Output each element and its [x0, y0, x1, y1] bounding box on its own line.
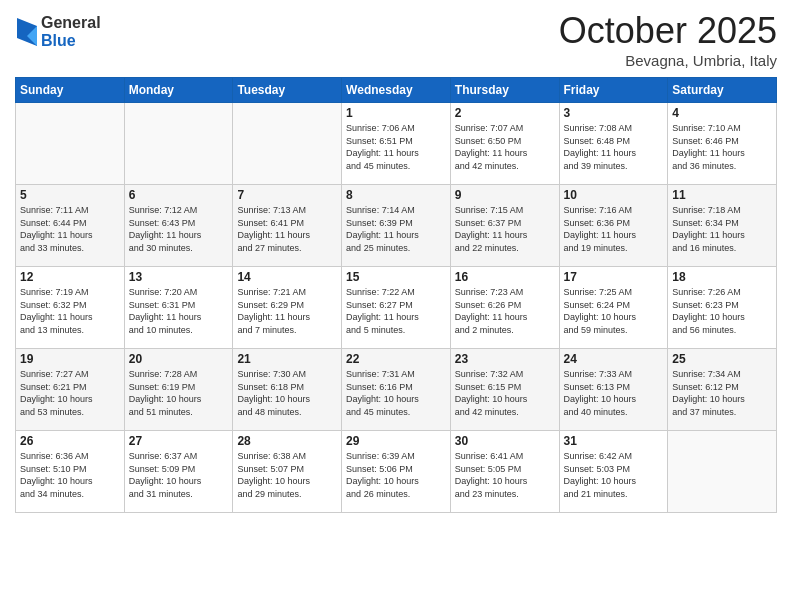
- day-info: Sunrise: 6:36 AM Sunset: 5:10 PM Dayligh…: [20, 450, 120, 500]
- day-number: 20: [129, 352, 229, 366]
- day-number: 31: [564, 434, 664, 448]
- logo-general: General: [41, 14, 101, 32]
- calendar-cell: 11Sunrise: 7:18 AM Sunset: 6:34 PM Dayli…: [668, 185, 777, 267]
- day-info: Sunrise: 7:23 AM Sunset: 6:26 PM Dayligh…: [455, 286, 555, 336]
- calendar-cell: 23Sunrise: 7:32 AM Sunset: 6:15 PM Dayli…: [450, 349, 559, 431]
- day-number: 18: [672, 270, 772, 284]
- day-info: Sunrise: 7:27 AM Sunset: 6:21 PM Dayligh…: [20, 368, 120, 418]
- calendar-cell: 20Sunrise: 7:28 AM Sunset: 6:19 PM Dayli…: [124, 349, 233, 431]
- day-number: 2: [455, 106, 555, 120]
- day-info: Sunrise: 6:38 AM Sunset: 5:07 PM Dayligh…: [237, 450, 337, 500]
- title-block: October 2025 Bevagna, Umbria, Italy: [559, 10, 777, 69]
- day-number: 4: [672, 106, 772, 120]
- day-info: Sunrise: 7:18 AM Sunset: 6:34 PM Dayligh…: [672, 204, 772, 254]
- calendar-cell: 19Sunrise: 7:27 AM Sunset: 6:21 PM Dayli…: [16, 349, 125, 431]
- calendar-cell: 27Sunrise: 6:37 AM Sunset: 5:09 PM Dayli…: [124, 431, 233, 513]
- calendar-cell: [16, 103, 125, 185]
- calendar-week-row: 1Sunrise: 7:06 AM Sunset: 6:51 PM Daylig…: [16, 103, 777, 185]
- header: General Blue October 2025 Bevagna, Umbri…: [15, 10, 777, 69]
- subtitle: Bevagna, Umbria, Italy: [559, 52, 777, 69]
- calendar-header-row: SundayMondayTuesdayWednesdayThursdayFrid…: [16, 78, 777, 103]
- weekday-header: Wednesday: [342, 78, 451, 103]
- calendar-cell: 13Sunrise: 7:20 AM Sunset: 6:31 PM Dayli…: [124, 267, 233, 349]
- day-number: 28: [237, 434, 337, 448]
- day-number: 22: [346, 352, 446, 366]
- day-number: 17: [564, 270, 664, 284]
- day-info: Sunrise: 7:31 AM Sunset: 6:16 PM Dayligh…: [346, 368, 446, 418]
- calendar-cell: 21Sunrise: 7:30 AM Sunset: 6:18 PM Dayli…: [233, 349, 342, 431]
- day-info: Sunrise: 6:39 AM Sunset: 5:06 PM Dayligh…: [346, 450, 446, 500]
- calendar-cell: 2Sunrise: 7:07 AM Sunset: 6:50 PM Daylig…: [450, 103, 559, 185]
- calendar-cell: 18Sunrise: 7:26 AM Sunset: 6:23 PM Dayli…: [668, 267, 777, 349]
- day-info: Sunrise: 7:34 AM Sunset: 6:12 PM Dayligh…: [672, 368, 772, 418]
- day-number: 1: [346, 106, 446, 120]
- weekday-header: Thursday: [450, 78, 559, 103]
- day-number: 25: [672, 352, 772, 366]
- calendar-cell: 15Sunrise: 7:22 AM Sunset: 6:27 PM Dayli…: [342, 267, 451, 349]
- calendar-week-row: 19Sunrise: 7:27 AM Sunset: 6:21 PM Dayli…: [16, 349, 777, 431]
- calendar-cell: 24Sunrise: 7:33 AM Sunset: 6:13 PM Dayli…: [559, 349, 668, 431]
- calendar-cell: 25Sunrise: 7:34 AM Sunset: 6:12 PM Dayli…: [668, 349, 777, 431]
- calendar-cell: 3Sunrise: 7:08 AM Sunset: 6:48 PM Daylig…: [559, 103, 668, 185]
- calendar-week-row: 12Sunrise: 7:19 AM Sunset: 6:32 PM Dayli…: [16, 267, 777, 349]
- calendar-cell: 7Sunrise: 7:13 AM Sunset: 6:41 PM Daylig…: [233, 185, 342, 267]
- day-info: Sunrise: 7:06 AM Sunset: 6:51 PM Dayligh…: [346, 122, 446, 172]
- weekday-header: Saturday: [668, 78, 777, 103]
- day-info: Sunrise: 7:13 AM Sunset: 6:41 PM Dayligh…: [237, 204, 337, 254]
- weekday-header: Tuesday: [233, 78, 342, 103]
- day-number: 9: [455, 188, 555, 202]
- weekday-header: Monday: [124, 78, 233, 103]
- day-number: 8: [346, 188, 446, 202]
- calendar-cell: 12Sunrise: 7:19 AM Sunset: 6:32 PM Dayli…: [16, 267, 125, 349]
- day-number: 3: [564, 106, 664, 120]
- day-info: Sunrise: 7:26 AM Sunset: 6:23 PM Dayligh…: [672, 286, 772, 336]
- month-title: October 2025: [559, 10, 777, 52]
- day-info: Sunrise: 7:30 AM Sunset: 6:18 PM Dayligh…: [237, 368, 337, 418]
- day-info: Sunrise: 7:15 AM Sunset: 6:37 PM Dayligh…: [455, 204, 555, 254]
- calendar-cell: 5Sunrise: 7:11 AM Sunset: 6:44 PM Daylig…: [16, 185, 125, 267]
- day-info: Sunrise: 7:12 AM Sunset: 6:43 PM Dayligh…: [129, 204, 229, 254]
- logo: General Blue: [15, 14, 101, 49]
- calendar-cell: 10Sunrise: 7:16 AM Sunset: 6:36 PM Dayli…: [559, 185, 668, 267]
- calendar-cell: 30Sunrise: 6:41 AM Sunset: 5:05 PM Dayli…: [450, 431, 559, 513]
- day-number: 16: [455, 270, 555, 284]
- day-info: Sunrise: 7:20 AM Sunset: 6:31 PM Dayligh…: [129, 286, 229, 336]
- day-info: Sunrise: 7:11 AM Sunset: 6:44 PM Dayligh…: [20, 204, 120, 254]
- calendar-cell: 28Sunrise: 6:38 AM Sunset: 5:07 PM Dayli…: [233, 431, 342, 513]
- logo-blue: Blue: [41, 32, 101, 50]
- calendar-week-row: 26Sunrise: 6:36 AM Sunset: 5:10 PM Dayli…: [16, 431, 777, 513]
- day-number: 27: [129, 434, 229, 448]
- day-number: 21: [237, 352, 337, 366]
- day-number: 12: [20, 270, 120, 284]
- calendar-cell: [124, 103, 233, 185]
- day-info: Sunrise: 7:07 AM Sunset: 6:50 PM Dayligh…: [455, 122, 555, 172]
- day-info: Sunrise: 6:37 AM Sunset: 5:09 PM Dayligh…: [129, 450, 229, 500]
- day-number: 6: [129, 188, 229, 202]
- day-number: 23: [455, 352, 555, 366]
- day-info: Sunrise: 7:16 AM Sunset: 6:36 PM Dayligh…: [564, 204, 664, 254]
- day-info: Sunrise: 7:28 AM Sunset: 6:19 PM Dayligh…: [129, 368, 229, 418]
- day-info: Sunrise: 7:10 AM Sunset: 6:46 PM Dayligh…: [672, 122, 772, 172]
- logo-text: General Blue: [41, 14, 101, 49]
- calendar-cell: 26Sunrise: 6:36 AM Sunset: 5:10 PM Dayli…: [16, 431, 125, 513]
- day-info: Sunrise: 6:42 AM Sunset: 5:03 PM Dayligh…: [564, 450, 664, 500]
- calendar-cell: 22Sunrise: 7:31 AM Sunset: 6:16 PM Dayli…: [342, 349, 451, 431]
- day-info: Sunrise: 7:25 AM Sunset: 6:24 PM Dayligh…: [564, 286, 664, 336]
- day-number: 29: [346, 434, 446, 448]
- day-info: Sunrise: 7:22 AM Sunset: 6:27 PM Dayligh…: [346, 286, 446, 336]
- day-info: Sunrise: 7:32 AM Sunset: 6:15 PM Dayligh…: [455, 368, 555, 418]
- day-info: Sunrise: 7:14 AM Sunset: 6:39 PM Dayligh…: [346, 204, 446, 254]
- calendar-cell: [233, 103, 342, 185]
- day-info: Sunrise: 7:19 AM Sunset: 6:32 PM Dayligh…: [20, 286, 120, 336]
- calendar-cell: 9Sunrise: 7:15 AM Sunset: 6:37 PM Daylig…: [450, 185, 559, 267]
- day-number: 14: [237, 270, 337, 284]
- day-number: 30: [455, 434, 555, 448]
- weekday-header: Friday: [559, 78, 668, 103]
- day-info: Sunrise: 7:21 AM Sunset: 6:29 PM Dayligh…: [237, 286, 337, 336]
- calendar-cell: 8Sunrise: 7:14 AM Sunset: 6:39 PM Daylig…: [342, 185, 451, 267]
- day-number: 19: [20, 352, 120, 366]
- day-info: Sunrise: 7:08 AM Sunset: 6:48 PM Dayligh…: [564, 122, 664, 172]
- calendar-cell: 29Sunrise: 6:39 AM Sunset: 5:06 PM Dayli…: [342, 431, 451, 513]
- calendar-cell: 6Sunrise: 7:12 AM Sunset: 6:43 PM Daylig…: [124, 185, 233, 267]
- day-number: 7: [237, 188, 337, 202]
